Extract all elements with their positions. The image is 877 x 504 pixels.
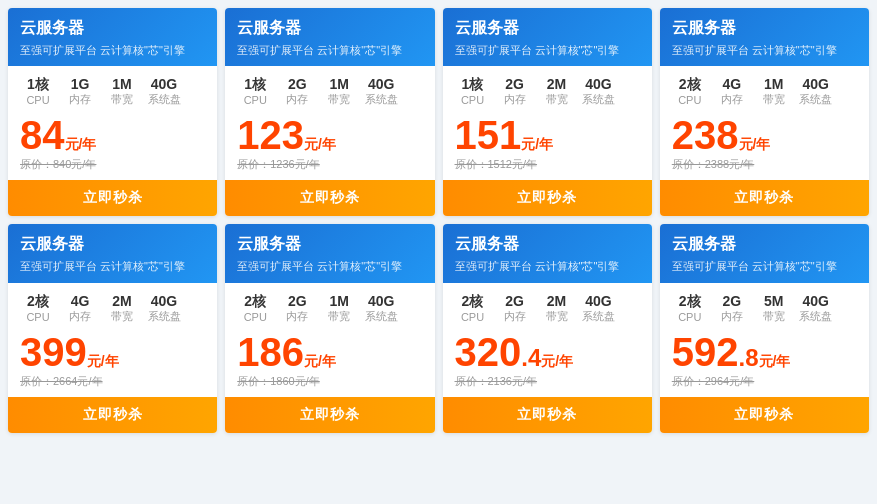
spec-item-0: 1核CPU xyxy=(20,76,56,107)
spec-value: 2核 xyxy=(672,293,708,311)
spec-label: 系统盘 xyxy=(363,309,399,324)
spec-label: CPU xyxy=(672,94,708,106)
price-number: 592 xyxy=(672,330,739,374)
price-unit: 元/年 xyxy=(87,353,119,369)
spec-item-3: 40G系统盘 xyxy=(146,76,182,107)
price-unit: 元/年 xyxy=(304,136,336,152)
card-6: 云服务器至强可扩展平台 云计算核"芯"引擎2核CPU2G内存1M带宽40G系统盘… xyxy=(225,224,434,432)
spec-item-0: 2核CPU xyxy=(672,293,708,324)
spec-item-3: 40G系统盘 xyxy=(363,76,399,107)
price-main: 84元/年 xyxy=(20,115,205,155)
spec-label: 带宽 xyxy=(104,92,140,107)
buy-button[interactable]: 立即秒杀 xyxy=(8,180,217,216)
spec-value: 2G xyxy=(279,293,315,309)
price-main: 399元/年 xyxy=(20,332,205,372)
spec-label: 带宽 xyxy=(539,92,575,107)
spec-label: CPU xyxy=(20,94,56,106)
spec-item-2: 2M带宽 xyxy=(539,76,575,107)
card-subtitle: 至强可扩展平台 云计算核"芯"引擎 xyxy=(672,259,857,274)
card-title: 云服务器 xyxy=(20,18,205,39)
specs-row: 1核CPU2G内存2M带宽40G系统盘 xyxy=(455,76,640,107)
spec-value: 1M xyxy=(321,293,357,309)
price-main: 123元/年 xyxy=(237,115,422,155)
spec-label: 内存 xyxy=(62,92,98,107)
price-main: 592.8元/年 xyxy=(672,332,857,372)
spec-item-1: 2G内存 xyxy=(279,76,315,107)
buy-button[interactable]: 立即秒杀 xyxy=(443,180,652,216)
card-subtitle: 至强可扩展平台 云计算核"芯"引擎 xyxy=(20,259,205,274)
buy-button[interactable]: 立即秒杀 xyxy=(8,397,217,433)
card-title: 云服务器 xyxy=(455,18,640,39)
spec-item-3: 40G系统盘 xyxy=(363,293,399,324)
price-number: 84 xyxy=(20,113,65,157)
card-5: 云服务器至强可扩展平台 云计算核"芯"引擎2核CPU4G内存2M带宽40G系统盘… xyxy=(8,224,217,432)
spec-value: 1核 xyxy=(237,76,273,94)
spec-value: 2M xyxy=(539,76,575,92)
spec-item-1: 1G内存 xyxy=(62,76,98,107)
spec-label: 内存 xyxy=(279,309,315,324)
price-number: 238 xyxy=(672,113,739,157)
card-header: 云服务器至强可扩展平台 云计算核"芯"引擎 xyxy=(443,224,652,282)
spec-label: CPU xyxy=(237,311,273,323)
card-title: 云服务器 xyxy=(672,234,857,255)
card-body: 2核CPU2G内存5M带宽40G系统盘592.8元/年原价：2964元/年 xyxy=(660,283,869,397)
spec-value: 2核 xyxy=(20,293,56,311)
buy-button[interactable]: 立即秒杀 xyxy=(660,397,869,433)
card-header: 云服务器至强可扩展平台 云计算核"芯"引擎 xyxy=(8,224,217,282)
price-unit: 元/年 xyxy=(521,136,553,152)
buy-button[interactable]: 立即秒杀 xyxy=(443,397,652,433)
spec-item-1: 2G内存 xyxy=(497,293,533,324)
spec-value: 2M xyxy=(104,293,140,309)
spec-item-2: 5M带宽 xyxy=(756,293,792,324)
price-main: 320.4元/年 xyxy=(455,332,640,372)
card-body: 1核CPU1G内存1M带宽40G系统盘84元/年原价：840元/年 xyxy=(8,66,217,180)
spec-label: 带宽 xyxy=(321,309,357,324)
original-price: 原价：1236元/年 xyxy=(237,157,422,172)
card-header: 云服务器至强可扩展平台 云计算核"芯"引擎 xyxy=(8,8,217,66)
spec-label: 内存 xyxy=(497,309,533,324)
buy-button[interactable]: 立即秒杀 xyxy=(660,180,869,216)
spec-label: CPU xyxy=(20,311,56,323)
price-row: 238元/年原价：2388元/年 xyxy=(672,115,857,172)
spec-value: 4G xyxy=(62,293,98,309)
price-main: 238元/年 xyxy=(672,115,857,155)
card-subtitle: 至强可扩展平台 云计算核"芯"引擎 xyxy=(237,43,422,58)
spec-item-3: 40G系统盘 xyxy=(146,293,182,324)
spec-value: 1核 xyxy=(20,76,56,94)
spec-label: 内存 xyxy=(714,92,750,107)
spec-label: 带宽 xyxy=(756,92,792,107)
spec-item-1: 2G内存 xyxy=(279,293,315,324)
original-price: 原价：2964元/年 xyxy=(672,374,857,389)
spec-value: 2核 xyxy=(237,293,273,311)
price-number: 123 xyxy=(237,113,304,157)
spec-item-2: 1M带宽 xyxy=(321,76,357,107)
card-body: 2核CPU2G内存1M带宽40G系统盘186元/年原价：1860元/年 xyxy=(225,283,434,397)
spec-label: 带宽 xyxy=(104,309,140,324)
card-title: 云服务器 xyxy=(237,18,422,39)
buy-button[interactable]: 立即秒杀 xyxy=(225,180,434,216)
spec-label: 内存 xyxy=(62,309,98,324)
spec-value: 40G xyxy=(146,76,182,92)
price-unit: 元/年 xyxy=(65,136,97,152)
card-8: 云服务器至强可扩展平台 云计算核"芯"引擎2核CPU2G内存5M带宽40G系统盘… xyxy=(660,224,869,432)
spec-label: 内存 xyxy=(279,92,315,107)
spec-item-1: 4G内存 xyxy=(714,76,750,107)
card-header: 云服务器至强可扩展平台 云计算核"芯"引擎 xyxy=(443,8,652,66)
card-body: 2核CPU4G内存1M带宽40G系统盘238元/年原价：2388元/年 xyxy=(660,66,869,180)
spec-item-2: 2M带宽 xyxy=(104,293,140,324)
spec-label: 系统盘 xyxy=(798,92,834,107)
spec-item-3: 40G系统盘 xyxy=(798,76,834,107)
card-subtitle: 至强可扩展平台 云计算核"芯"引擎 xyxy=(455,43,640,58)
spec-label: CPU xyxy=(672,311,708,323)
spec-label: 带宽 xyxy=(539,309,575,324)
specs-row: 2核CPU4G内存1M带宽40G系统盘 xyxy=(672,76,857,107)
spec-value: 1M xyxy=(321,76,357,92)
spec-value: 2核 xyxy=(672,76,708,94)
card-1: 云服务器至强可扩展平台 云计算核"芯"引擎1核CPU1G内存1M带宽40G系统盘… xyxy=(8,8,217,216)
price-number: 320 xyxy=(455,330,522,374)
spec-label: 系统盘 xyxy=(363,92,399,107)
card-subtitle: 至强可扩展平台 云计算核"芯"引擎 xyxy=(237,259,422,274)
price-row: 399元/年原价：2664元/年 xyxy=(20,332,205,389)
buy-button[interactable]: 立即秒杀 xyxy=(225,397,434,433)
spec-value: 40G xyxy=(146,293,182,309)
